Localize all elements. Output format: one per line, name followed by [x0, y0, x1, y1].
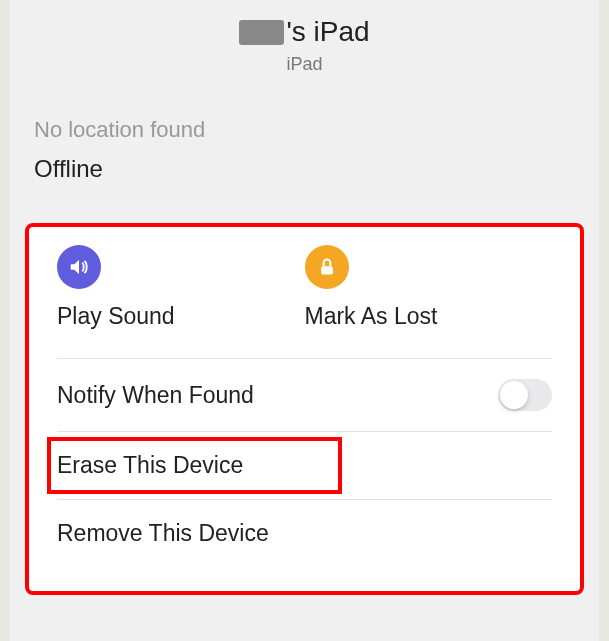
erase-label: Erase This Device — [57, 452, 243, 479]
notify-when-found-row[interactable]: Notify When Found — [57, 359, 552, 431]
remove-label: Remove This Device — [57, 520, 269, 547]
device-detail-screen: 's iPad iPad No location found Offline P… — [10, 0, 599, 641]
notify-toggle[interactable] — [498, 379, 552, 411]
play-sound-button[interactable]: Play Sound — [57, 245, 305, 330]
lock-icon — [305, 245, 349, 289]
redacted-owner-name — [239, 20, 284, 45]
location-status-section: No location found Offline — [10, 87, 599, 203]
svg-rect-0 — [321, 266, 333, 274]
toggle-knob — [500, 381, 528, 409]
device-title-suffix: 's iPad — [286, 16, 369, 48]
device-title-row: 's iPad — [10, 16, 599, 48]
mark-as-lost-button[interactable]: Mark As Lost — [305, 245, 553, 330]
notify-label: Notify When Found — [57, 382, 254, 409]
device-actions-card: Play Sound Mark As Lost Notify When Foun… — [25, 223, 584, 595]
location-status-value: Offline — [34, 155, 575, 183]
remove-this-device-row[interactable]: Remove This Device — [57, 500, 552, 567]
mark-as-lost-label: Mark As Lost — [305, 303, 438, 330]
play-sound-label: Play Sound — [57, 303, 175, 330]
location-status-label: No location found — [34, 117, 575, 143]
speaker-icon — [57, 245, 101, 289]
erase-this-device-row[interactable]: Erase This Device — [57, 432, 552, 499]
top-actions-row: Play Sound Mark As Lost — [29, 245, 580, 330]
actions-list: Notify When Found Erase This Device Remo… — [29, 358, 580, 567]
device-header: 's iPad iPad — [10, 8, 599, 87]
device-type-label: iPad — [10, 54, 599, 75]
